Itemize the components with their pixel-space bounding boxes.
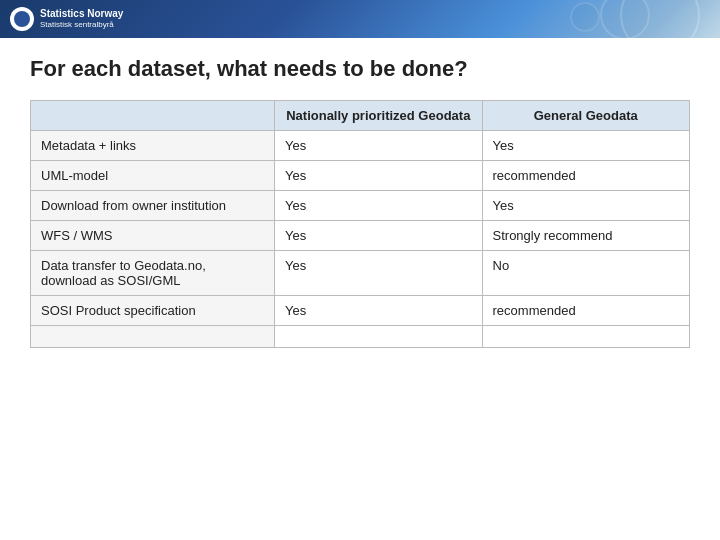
- row-nationally: Yes: [275, 191, 482, 221]
- row-general: Yes: [482, 191, 689, 221]
- row-label: Data transfer to Geodata.no, download as…: [31, 251, 275, 296]
- row-nationally: Yes: [275, 296, 482, 326]
- col-header-general: General Geodata: [482, 101, 689, 131]
- row-label: [31, 326, 275, 348]
- row-label: UML-model: [31, 161, 275, 191]
- row-label: Metadata + links: [31, 131, 275, 161]
- row-label: WFS / WMS: [31, 221, 275, 251]
- table-row: UML-modelYesrecommended: [31, 161, 690, 191]
- row-nationally: Yes: [275, 221, 482, 251]
- row-general: Strongly recommend: [482, 221, 689, 251]
- row-general: No: [482, 251, 689, 296]
- col-header-nationally: Nationally prioritized Geodata: [275, 101, 482, 131]
- col-header-empty: [31, 101, 275, 131]
- logo-circle: [10, 7, 34, 31]
- logo-area: Statistics Norway Statistisk sentralbyrå: [10, 7, 123, 31]
- row-nationally: Yes: [275, 161, 482, 191]
- table-row: SOSI Product specificationYesrecommended: [31, 296, 690, 326]
- row-label: SOSI Product specification: [31, 296, 275, 326]
- row-nationally: Yes: [275, 131, 482, 161]
- table-row: Download from owner institutionYesYes: [31, 191, 690, 221]
- row-general: [482, 326, 689, 348]
- row-general: Yes: [482, 131, 689, 161]
- main-content: For each dataset, what needs to be done?…: [0, 38, 720, 540]
- table-row: Data transfer to Geodata.no, download as…: [31, 251, 690, 296]
- row-nationally: [275, 326, 482, 348]
- decorative-circles: [420, 0, 720, 38]
- data-table: Nationally prioritized Geodata General G…: [30, 100, 690, 348]
- table-row: [31, 326, 690, 348]
- logo-inner: [14, 11, 30, 27]
- row-label: Download from owner institution: [31, 191, 275, 221]
- header-banner: Statistics Norway Statistisk sentralbyrå: [0, 0, 720, 38]
- logo-text: Statistics Norway Statistisk sentralbyrå: [40, 8, 123, 30]
- table-row: WFS / WMSYesStrongly recommend: [31, 221, 690, 251]
- page-title: For each dataset, what needs to be done?: [30, 56, 690, 82]
- row-general: recommended: [482, 296, 689, 326]
- row-general: recommended: [482, 161, 689, 191]
- table-row: Metadata + linksYesYes: [31, 131, 690, 161]
- row-nationally: Yes: [275, 251, 482, 296]
